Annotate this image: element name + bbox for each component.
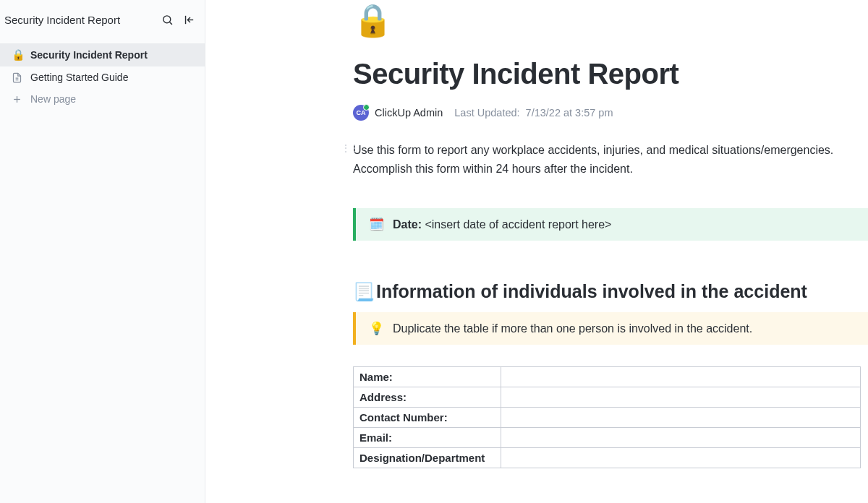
field-value[interactable] bbox=[501, 428, 861, 448]
lock-icon: 🔒 bbox=[12, 48, 23, 61]
document-icon bbox=[12, 72, 23, 83]
field-value[interactable] bbox=[501, 448, 861, 468]
field-label[interactable]: Address: bbox=[354, 387, 501, 408]
section-heading-text: Information of individuals involved in t… bbox=[376, 281, 807, 302]
field-label[interactable]: Name: bbox=[354, 367, 501, 387]
workspace-title: Security Incident Report bbox=[3, 14, 120, 26]
document: 🔒 Security Incident Report CA ClickUp Ad… bbox=[353, 0, 868, 468]
calendar-icon: 🗓️ bbox=[369, 217, 384, 232]
search-icon[interactable] bbox=[160, 12, 174, 27]
new-page-label: New page bbox=[30, 93, 76, 105]
page-icon: 📃 bbox=[353, 282, 375, 302]
sidebar-item-label: Security Incident Report bbox=[30, 49, 148, 61]
date-label: Date: bbox=[393, 218, 422, 231]
date-callout[interactable]: 🗓️ Date: <insert date of accident report… bbox=[353, 208, 868, 241]
collapse-sidebar-icon[interactable] bbox=[182, 12, 196, 27]
sidebar-header-actions bbox=[160, 12, 196, 27]
last-updated-value: 7/13/22 at 3:57 pm bbox=[526, 107, 613, 119]
table-row: Designation/Department bbox=[354, 448, 861, 468]
field-value[interactable] bbox=[501, 367, 861, 387]
author-name: ClickUp Admin bbox=[375, 107, 443, 119]
main-content: 🔒 Security Incident Report CA ClickUp Ad… bbox=[205, 0, 868, 503]
field-label[interactable]: Designation/Department bbox=[354, 448, 501, 468]
author-avatar[interactable]: CA bbox=[353, 105, 369, 121]
bulb-icon: 💡 bbox=[369, 321, 384, 336]
plus-icon bbox=[12, 94, 23, 105]
drag-handle-icon[interactable]: ⋮⋮ bbox=[341, 144, 359, 152]
sidebar-header: Security Incident Report bbox=[0, 0, 205, 39]
intro-block[interactable]: ⋮⋮ Use this form to report any workplace… bbox=[353, 141, 868, 178]
field-label[interactable]: Email: bbox=[354, 428, 501, 448]
tip-text: Duplicate the table if more than one per… bbox=[393, 322, 752, 335]
field-label[interactable]: Contact Number: bbox=[354, 408, 501, 428]
individuals-table[interactable]: Name: Address: Contact Number: Email: De… bbox=[353, 366, 861, 468]
sidebar-item-label: Getting Started Guide bbox=[30, 72, 128, 83]
page-meta: CA ClickUp Admin Last Updated: 7/13/22 a… bbox=[353, 105, 868, 121]
sidebar-item-getting-started-guide[interactable]: Getting Started Guide bbox=[0, 66, 205, 88]
page-icon[interactable]: 🔒 bbox=[353, 4, 868, 36]
table-row: Email: bbox=[354, 428, 861, 448]
field-value[interactable] bbox=[501, 387, 861, 408]
sidebar-page-list: 🔒 Security Incident Report Getting Start… bbox=[0, 39, 205, 110]
field-value[interactable] bbox=[501, 408, 861, 428]
new-page-button[interactable]: New page bbox=[0, 88, 205, 110]
sidebar-item-security-incident-report[interactable]: 🔒 Security Incident Report bbox=[0, 43, 205, 66]
intro-text: Use this form to report any workplace ac… bbox=[353, 141, 868, 178]
svg-line-1 bbox=[169, 22, 171, 24]
last-updated-label: Last Updated: bbox=[454, 107, 519, 119]
tip-callout[interactable]: 💡 Duplicate the table if more than one p… bbox=[353, 312, 868, 345]
date-callout-text: Date: <insert date of accident report he… bbox=[393, 218, 611, 231]
section-heading-individuals[interactable]: 📃Information of individuals involved in … bbox=[353, 281, 868, 302]
date-value: <insert date of accident report here> bbox=[425, 218, 611, 231]
page-title[interactable]: Security Incident Report bbox=[353, 58, 868, 90]
table-row: Contact Number: bbox=[354, 408, 861, 428]
table-row: Name: bbox=[354, 367, 861, 387]
svg-point-0 bbox=[163, 15, 170, 22]
sidebar: Security Incident Report 🔒 Security Inci… bbox=[0, 0, 205, 503]
table-row: Address: bbox=[354, 387, 861, 408]
